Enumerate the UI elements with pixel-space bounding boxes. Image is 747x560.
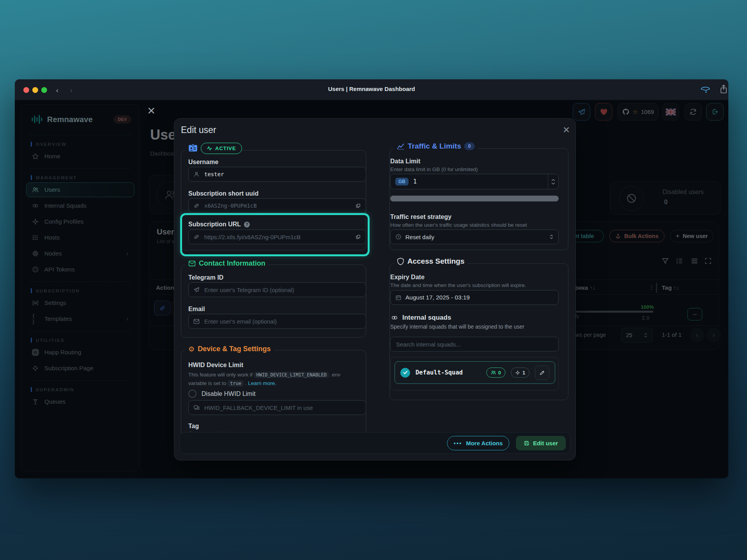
disable-hwid-checkbox[interactable] bbox=[188, 390, 196, 398]
username-label: Username bbox=[188, 159, 218, 166]
reset-strategy-label: Traffic reset strategy bbox=[390, 214, 451, 220]
username-input[interactable] bbox=[203, 171, 361, 178]
email-field-wrap bbox=[188, 314, 366, 329]
window-title: Users | Remnawave Dashboard bbox=[15, 86, 728, 92]
email-input[interactable] bbox=[203, 318, 361, 325]
squad-checkbox[interactable] bbox=[400, 368, 410, 378]
drawer-close-icon[interactable]: ✕ bbox=[147, 106, 156, 116]
copy-icon[interactable] bbox=[355, 203, 361, 209]
check-icon bbox=[403, 371, 408, 374]
internal-squads-description: Specify internal squads that will be ass… bbox=[390, 324, 524, 330]
node-star-icon bbox=[515, 370, 520, 375]
device-tag-title: Device & Tag Settings bbox=[198, 345, 271, 353]
subscription-url-field-wrap bbox=[188, 229, 366, 244]
traffic-count-badge: 0 bbox=[464, 142, 475, 150]
contact-legend: Contact Information bbox=[185, 259, 268, 268]
data-limit-field-wrap: GB bbox=[390, 174, 559, 189]
rings-icon bbox=[391, 314, 398, 321]
share-icon[interactable] bbox=[720, 84, 728, 94]
disable-hwid-label: Disable HWID Limit bbox=[202, 390, 256, 397]
more-actions-label: More Actions bbox=[466, 440, 503, 446]
help-icon[interactable]: ? bbox=[244, 222, 250, 228]
gear-icon: ⚙ bbox=[188, 346, 195, 353]
traffic-limits-title: Traffic & Limits bbox=[408, 142, 461, 150]
short-uuid-field-wrap bbox=[188, 198, 366, 213]
hwid-limit-label: HWID Device Limit bbox=[188, 362, 243, 369]
subscription-url-label: Subscription URL bbox=[188, 221, 241, 228]
data-limit-description: Enter data limit in GB (0 for unlimited) bbox=[390, 166, 478, 172]
env-var-chip: HWID_DEVICE_LIMIT_ENABLED bbox=[254, 372, 329, 378]
status-label: ACTIVE bbox=[215, 145, 236, 151]
pencil-icon bbox=[539, 370, 545, 376]
stepper-down-icon bbox=[551, 182, 555, 185]
pulse-icon bbox=[207, 146, 212, 151]
telegram-id-label: Telegram ID bbox=[188, 274, 223, 281]
edit-user-modal: Edit user ✕ ACTIVE Username Subscription… bbox=[174, 118, 576, 460]
number-stepper[interactable] bbox=[548, 174, 558, 189]
squads-list-container: Default-Squad 0 1 bbox=[390, 357, 559, 390]
expiry-date-description: The date and time when the user's subscr… bbox=[390, 282, 526, 288]
squad-nodes-badge: 1 bbox=[511, 368, 530, 378]
subscription-url-input[interactable] bbox=[203, 233, 351, 241]
telegram-id-input[interactable] bbox=[203, 286, 361, 294]
traffic-limits-legend: Traffic & Limits 0 bbox=[394, 142, 478, 150]
learn-more-link[interactable]: Learn more. bbox=[248, 380, 277, 386]
modal-footer: ••• More Actions Edit user bbox=[179, 432, 570, 454]
squad-members-badge: 0 bbox=[486, 368, 505, 378]
contact-title: Contact Information bbox=[199, 259, 265, 268]
reset-strategy-value: Reset daily bbox=[405, 234, 434, 240]
expiry-date-picker[interactable]: August 17, 2025 - 03:19 bbox=[390, 290, 559, 305]
browser-extension-icon[interactable] bbox=[700, 85, 710, 94]
hwid-limit-description: This feature will only work if HWID_DEVI… bbox=[188, 371, 359, 388]
hwid-fallback-input[interactable] bbox=[203, 404, 361, 411]
short-uuid-label: Subscription short uuid bbox=[188, 190, 258, 197]
squad-list-item[interactable]: Default-Squad 0 1 bbox=[395, 361, 555, 384]
devices-icon bbox=[193, 404, 200, 411]
subscription-url-label-row: Subscription URL ? bbox=[188, 221, 250, 228]
link-icon bbox=[193, 203, 200, 209]
data-usage-progress-bar bbox=[390, 196, 559, 201]
modal-title: Edit user bbox=[181, 125, 216, 135]
squads-search-wrap bbox=[390, 337, 559, 352]
edit-user-submit-button[interactable]: Edit user bbox=[516, 436, 566, 450]
internal-squads-label: Internal squads bbox=[402, 314, 451, 322]
person-icon bbox=[193, 171, 200, 177]
status-legend bbox=[185, 144, 201, 152]
disable-hwid-row: Disable HWID Limit bbox=[188, 390, 256, 398]
tag-label: Tag bbox=[188, 423, 199, 430]
device-tag-legend: ⚙ Device & Tag Settings bbox=[185, 345, 274, 353]
calendar-icon bbox=[395, 294, 402, 301]
select-updown-icon bbox=[549, 234, 554, 240]
hwid-fallback-field-wrap bbox=[188, 400, 366, 415]
data-limit-label: Data Limit bbox=[390, 158, 420, 165]
save-icon bbox=[524, 440, 530, 446]
modal-close-icon[interactable]: ✕ bbox=[563, 125, 570, 135]
short-uuid-input[interactable] bbox=[203, 202, 351, 209]
shield-icon bbox=[397, 257, 404, 266]
titlebar: ‹ › Users | Remnawave Dashboard bbox=[15, 79, 728, 100]
telegram-plane-icon bbox=[193, 287, 200, 293]
edit-user-label: Edit user bbox=[533, 440, 558, 446]
app-window: ‹ › Users | Remnawave Dashboard Remna bbox=[15, 79, 728, 478]
squads-search-input[interactable] bbox=[395, 341, 554, 348]
data-limit-input[interactable] bbox=[412, 178, 544, 186]
mail-icon bbox=[188, 260, 196, 267]
expiry-date-label: Expiry Date bbox=[390, 274, 424, 281]
link-icon bbox=[193, 234, 200, 240]
envelope-icon bbox=[193, 318, 200, 324]
env-value-chip: true bbox=[228, 380, 244, 387]
telegram-id-field-wrap bbox=[188, 282, 366, 297]
members-count: 0 bbox=[498, 370, 501, 376]
email-label: Email bbox=[188, 306, 205, 313]
squad-name: Default-Squad bbox=[416, 369, 463, 376]
id-card-icon bbox=[188, 144, 198, 152]
copy-icon[interactable] bbox=[355, 234, 361, 240]
reset-strategy-select[interactable]: Reset daily bbox=[390, 229, 559, 244]
access-settings-title: Access Settings bbox=[407, 257, 465, 266]
squad-edit-button[interactable] bbox=[535, 366, 549, 380]
access-settings-legend: Access Settings bbox=[394, 257, 468, 266]
more-actions-button[interactable]: ••• More Actions bbox=[447, 436, 509, 450]
chart-icon bbox=[397, 143, 405, 150]
reset-strategy-description: How often the user's traffic usage stati… bbox=[390, 222, 527, 228]
clock-icon bbox=[395, 234, 402, 240]
